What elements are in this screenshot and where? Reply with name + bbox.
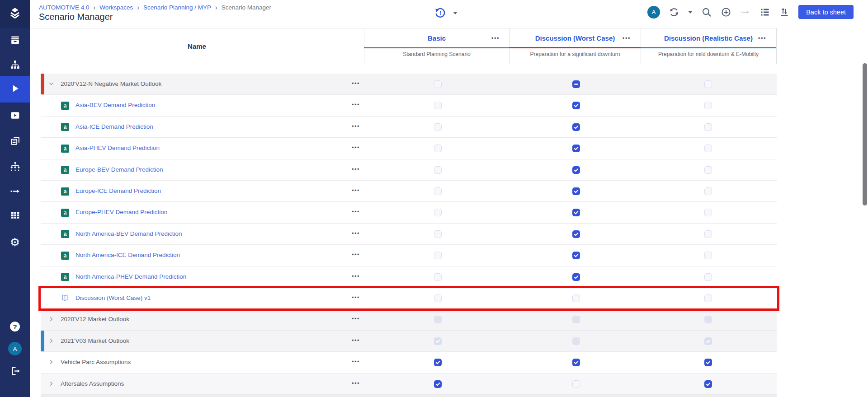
checkbox-unchecked[interactable] [704,273,712,281]
row-name-link[interactable]: Discussion (Worst Case) v1 [75,294,151,301]
table-row[interactable]: aEurope-ICE Demand Prediction••• [41,181,777,202]
column-menu-dots[interactable]: ••• [758,32,766,44]
sidebar-item-screens[interactable] [0,132,30,150]
scenario-column-title[interactable]: Basic [428,34,446,42]
row-menu-dots[interactable]: ••• [352,101,360,108]
checkbox-unchecked[interactable] [434,166,442,174]
table-row[interactable]: 2020'V12-N Negative Market Outlook••• [41,74,777,95]
row-menu-dots[interactable]: ••• [352,166,360,173]
chevron-right-icon[interactable] [48,359,55,367]
row-name-link[interactable]: Asia-PHEV Demand Prediction [75,145,160,151]
checkbox-unchecked[interactable] [434,80,442,88]
row-menu-dots[interactable]: ••• [352,208,360,215]
sidebar-item-dataflow[interactable] [0,158,30,176]
row-menu-dots[interactable]: ••• [352,230,360,237]
row-name-link[interactable]: Asia-BEV Demand Prediction [75,102,155,108]
checkbox-checked[interactable] [572,359,580,366]
app-logo[interactable] [0,0,30,28]
scenario-column-title[interactable]: Discussion (Worst Case) [535,34,615,42]
sidebar-item-settings[interactable]: ⚙ [0,233,30,251]
sidebar-item-hierarchy[interactable] [0,56,30,75]
checkbox-checked[interactable] [434,359,442,366]
checkbox-checked[interactable] [704,359,712,366]
checkbox-checked[interactable] [572,145,580,152]
chevron-right-icon[interactable] [48,316,55,324]
checkbox-unchecked[interactable] [434,252,442,259]
checkbox-checked[interactable] [572,209,580,216]
sidebar-item-help[interactable]: ? [0,318,30,336]
checkbox-unchecked[interactable] [704,230,712,238]
checkbox-unchecked[interactable] [434,187,442,195]
breadcrumb-item[interactable]: Scenario Planning / MYP [143,4,211,11]
row-menu-dots[interactable]: ••• [352,187,360,194]
checkbox-checked[interactable] [434,380,442,388]
search-icon[interactable] [701,7,712,18]
vertical-scrollbar-thumb[interactable] [863,63,867,206]
topbar-avatar[interactable]: A [647,6,660,19]
chevron-down-icon[interactable] [48,80,55,89]
checkbox-unchecked[interactable] [434,273,442,281]
back-to-sheet-button[interactable]: Back to sheet [798,5,854,19]
checkbox-unchecked[interactable] [572,380,580,388]
column-menu-dots[interactable]: ••• [491,32,500,44]
refresh-icon[interactable] [669,7,679,18]
row-name-link[interactable]: Europe-BEV Demand Prediction [75,166,163,173]
row-menu-dots[interactable]: ••• [352,123,360,130]
import-icon[interactable] [779,7,790,18]
history-icon[interactable]: ! [434,7,446,19]
sidebar-item-player[interactable] [0,107,30,125]
column-menu-dots[interactable]: ••• [623,32,631,44]
checkbox-unchecked[interactable] [704,102,712,109]
row-menu-dots[interactable]: ••• [352,144,360,151]
row-name-link[interactable]: North America-PHEV Demand Prediction [75,273,186,280]
checkbox-checked[interactable] [704,380,712,388]
caret-down-icon[interactable] [688,11,693,14]
row-menu-dots[interactable]: ••• [352,251,360,258]
row-menu-dots[interactable]: ••• [352,337,360,344]
row-name-link[interactable]: North America-BEV Demand Prediction [75,230,182,237]
row-menu-dots[interactable]: ••• [352,380,360,387]
checkbox-unchecked[interactable] [704,187,712,195]
checkbox-unchecked[interactable] [434,294,442,302]
checkbox-unchecked[interactable] [704,252,712,259]
table-row[interactable]: aAsia-PHEV Demand Prediction••• [41,138,777,159]
row-name-link[interactable]: North America-ICE Demand Prediction [75,252,180,258]
checkbox-unchecked[interactable] [434,123,442,131]
checkbox-checked[interactable] [572,273,580,281]
breadcrumb-item[interactable]: AUTOMOTIVE 4.0 [39,4,90,11]
chevron-right-icon[interactable] [48,337,55,346]
sidebar-item-presentations-active[interactable] [0,76,30,103]
table-row[interactable]: aNorth America-PHEV Demand Prediction••• [41,266,777,288]
checkbox-checked[interactable] [572,187,580,195]
table-row[interactable]: 2020'V12 Market Outlook••• [41,309,777,330]
table-row[interactable]: aEurope-PHEV Demand Prediction••• [41,202,777,223]
row-menu-dots[interactable]: ••• [352,358,360,365]
caret-down-icon[interactable] [453,12,458,14]
table-row[interactable]: Discussion (Worst Case) v1••• [41,288,777,309]
checkbox-unchecked[interactable] [704,294,712,302]
sidebar-item-processes[interactable] [0,183,30,201]
checkbox-checked[interactable] [572,230,580,238]
checkbox-unchecked[interactable] [434,230,442,238]
checkbox-unchecked[interactable] [704,145,712,152]
sidebar-item-data-entry[interactable] [0,207,30,225]
checkbox-unchecked[interactable] [704,209,712,216]
row-menu-dots[interactable]: ••• [352,315,360,322]
row-menu-dots[interactable]: ••• [352,273,360,280]
checkbox-checked[interactable] [572,252,580,259]
row-menu-dots[interactable]: ••• [352,294,360,301]
chevron-right-icon[interactable] [48,380,55,389]
table-row[interactable]: aNorth America-ICE Demand Prediction••• [41,245,777,266]
table-row[interactable]: aAsia-BEV Demand Prediction••• [41,95,777,116]
sidebar-user-avatar[interactable]: A [0,340,30,358]
sidebar-item-capsules[interactable] [0,32,30,50]
row-menu-dots[interactable]: ••• [352,80,360,87]
plus-circle-icon[interactable] [721,7,731,18]
table-row[interactable]: Aftersales Assumptions••• [41,374,777,395]
checkbox-checked[interactable] [572,102,580,109]
row-name-link[interactable]: Europe-ICE Demand Prediction [75,187,161,194]
checkbox-unchecked[interactable] [704,123,712,131]
checkbox-indeterminate[interactable] [572,80,580,88]
checkbox-unchecked[interactable] [434,102,442,109]
column-header-name[interactable]: Name [30,28,364,64]
